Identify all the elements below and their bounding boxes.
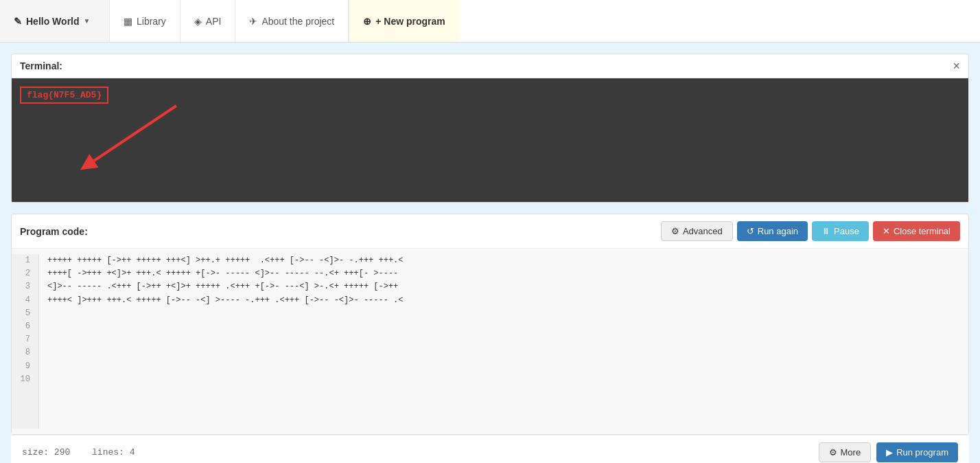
edit-icon: ✎ <box>14 16 22 27</box>
nav-hello-world-label: Hello World <box>26 16 80 27</box>
line-num-5: 5 <box>20 307 30 320</box>
code-line-9 <box>47 360 960 373</box>
size-value: 290 <box>54 447 70 458</box>
line-num-1: 1 <box>20 254 30 267</box>
gear-icon: ⚙ <box>671 226 679 236</box>
line-num-6: 6 <box>20 320 30 333</box>
code-section-header: Program code: ⚙ Advanced ↺ Run again ⏸ P… <box>12 214 968 249</box>
code-content[interactable]: +++++ +++++ [->++ +++++ +++<] >++.+ ++++… <box>39 254 968 429</box>
run-again-label: Run again <box>758 226 798 236</box>
nav-library[interactable]: ▦ Library <box>110 0 180 42</box>
terminal-header: Terminal: × <box>12 54 968 78</box>
code-line-5 <box>47 307 960 320</box>
code-line-1: +++++ +++++ [->++ +++++ +++<] >++.+ ++++… <box>47 254 960 267</box>
nav-library-label: Library <box>137 16 166 27</box>
close-terminal-label: Close terminal <box>894 226 950 236</box>
main-content: Terminal: × flag{N7F5_AD5} Program code:… <box>0 43 980 463</box>
line-numbers: 1 2 3 4 5 6 7 8 9 10 <box>12 254 39 429</box>
code-line-2: ++++[ ->+++ +<]>+ +++.< +++++ +[->- ----… <box>47 267 960 280</box>
run-program-button[interactable]: ▶ Run program <box>876 442 958 462</box>
play-icon: ▶ <box>886 447 893 458</box>
footer-info: size: 290 lines: 4 <box>22 447 135 458</box>
code-section: Program code: ⚙ Advanced ↺ Run again ⏸ P… <box>11 214 969 435</box>
svg-line-1 <box>94 106 176 161</box>
gear-small-icon: ⚙ <box>829 447 837 458</box>
refresh-icon: ↺ <box>747 226 754 236</box>
close-terminal-button[interactable]: ✕ Close terminal <box>873 221 960 241</box>
advanced-label: Advanced <box>683 226 723 236</box>
code-line-8 <box>47 346 960 359</box>
nav-about[interactable]: ✈ About the project <box>235 0 349 42</box>
line-num-3: 3 <box>20 280 30 293</box>
line-num-7: 7 <box>20 333 30 346</box>
pause-icon: ⏸ <box>821 226 830 236</box>
code-section-title: Program code: <box>20 226 88 237</box>
line-num-4: 4 <box>20 294 30 307</box>
run-again-button[interactable]: ↺ Run again <box>737 221 808 241</box>
size-label: size: <box>22 447 49 458</box>
nav-api[interactable]: ◈ API <box>180 0 236 42</box>
lines-value: 4 <box>130 447 135 458</box>
footer-buttons: ⚙ More ▶ Run program <box>819 442 959 462</box>
nav-new-program[interactable]: ⊕ + New program <box>349 0 459 42</box>
api-icon: ◈ <box>194 16 202 27</box>
terminal-body: flag{N7F5_AD5} <box>12 78 968 202</box>
run-program-label: Run program <box>896 447 948 458</box>
code-line-10 <box>47 373 960 386</box>
red-arrow-indicator <box>80 99 190 181</box>
flag-output: flag{N7F5_AD5} <box>20 87 108 104</box>
footer-bar: size: 290 lines: 4 ⚙ More ▶ Run program <box>11 435 969 463</box>
more-label: More <box>841 447 861 458</box>
nav-hello-world[interactable]: ✎ Hello World ▼ <box>0 0 110 42</box>
code-line-6 <box>47 320 960 333</box>
times-icon: ✕ <box>883 226 890 236</box>
code-line-7 <box>47 333 960 346</box>
pause-label: Pause <box>834 226 859 236</box>
code-line-3: <]>-- ----- .<+++ [->++ +<]>+ +++++ .<++… <box>47 280 960 293</box>
paper-plane-icon: ✈ <box>249 16 257 27</box>
more-button[interactable]: ⚙ More <box>819 442 872 462</box>
terminal-section: Terminal: × flag{N7F5_AD5} <box>11 54 969 203</box>
top-navigation: ✎ Hello World ▼ ▦ Library ◈ API ✈ About … <box>0 0 980 43</box>
terminal-title: Terminal: <box>20 60 62 71</box>
nav-new-program-label: + New program <box>375 16 445 27</box>
line-num-2: 2 <box>20 267 30 280</box>
nav-about-label: About the project <box>261 16 334 27</box>
chevron-down-icon: ▼ <box>84 17 91 25</box>
close-terminal-x-button[interactable]: × <box>953 60 960 72</box>
lines-label: lines: <box>92 447 124 458</box>
plus-circle-icon: ⊕ <box>363 16 371 27</box>
nav-api-label: API <box>206 16 222 27</box>
advanced-button[interactable]: ⚙ Advanced <box>661 221 733 241</box>
code-line-4: ++++< ]>+++ +++.< +++++ [->-- -<] >---- … <box>47 294 960 307</box>
code-editor: 1 2 3 4 5 6 7 8 9 10 +++++ +++++ [->++ +… <box>12 249 968 434</box>
line-num-8: 8 <box>20 346 30 359</box>
pause-button[interactable]: ⏸ Pause <box>812 221 869 241</box>
library-icon: ▦ <box>124 16 132 27</box>
line-num-10: 10 <box>20 373 30 386</box>
code-controls: ⚙ Advanced ↺ Run again ⏸ Pause ✕ Close t… <box>661 221 960 241</box>
line-num-9: 9 <box>20 360 30 373</box>
